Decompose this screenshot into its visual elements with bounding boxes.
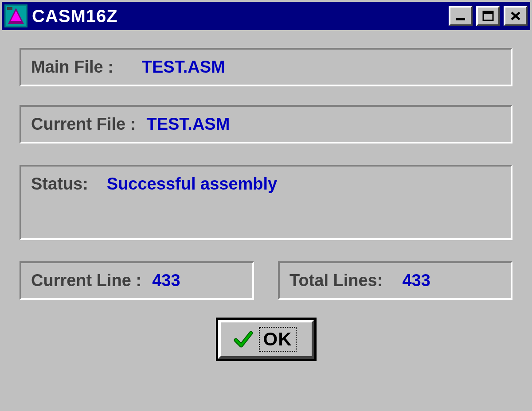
titlebar: CASM16Z (2, 2, 530, 30)
current-line-label: Current Line : (31, 271, 141, 290)
window-title: CASM16Z (32, 6, 449, 26)
svg-rect-7 (483, 12, 493, 14)
maximize-button[interactable] (476, 6, 500, 26)
close-button[interactable] (504, 6, 528, 26)
total-lines-value: 433 (402, 271, 430, 290)
status-panel: Status: Successful assembly (20, 165, 512, 240)
ok-button-row: OK (20, 318, 512, 361)
total-lines-panel: Total Lines: 433 (278, 261, 512, 300)
main-file-label: Main File : (31, 58, 113, 77)
ok-button-label: OK (263, 329, 292, 349)
minimize-icon (454, 11, 467, 21)
current-file-label: Current File : (31, 115, 136, 134)
status-value: Successful assembly (107, 174, 277, 194)
client-area: Main File : TEST.ASM Current File : TEST… (2, 30, 530, 370)
app-icon (4, 4, 27, 27)
main-file-panel: Main File : TEST.ASM (20, 48, 512, 86)
main-file-value: TEST.ASM (142, 58, 225, 77)
app-window: CASM16Z Main File (0, 0, 532, 411)
line-counts-row: Current Line : 433 Total Lines: 433 (20, 261, 512, 300)
ok-focus-ring: OK (259, 327, 297, 352)
current-line-value: 433 (152, 271, 180, 290)
current-file-value: TEST.ASM (146, 115, 230, 134)
close-icon (509, 11, 522, 21)
maximize-icon (482, 11, 494, 21)
ok-button-frame: OK (216, 318, 317, 361)
minimize-button[interactable] (449, 6, 473, 26)
svg-rect-4 (7, 7, 12, 10)
checkmark-icon (233, 330, 253, 349)
current-file-panel: Current File : TEST.ASM (20, 105, 512, 143)
total-lines-label: Total Lines: (289, 271, 383, 290)
status-label: Status: (31, 174, 88, 194)
ok-button[interactable]: OK (218, 320, 314, 359)
current-line-panel: Current Line : 433 (20, 261, 254, 300)
svg-rect-5 (456, 18, 465, 20)
window-controls (449, 6, 528, 26)
